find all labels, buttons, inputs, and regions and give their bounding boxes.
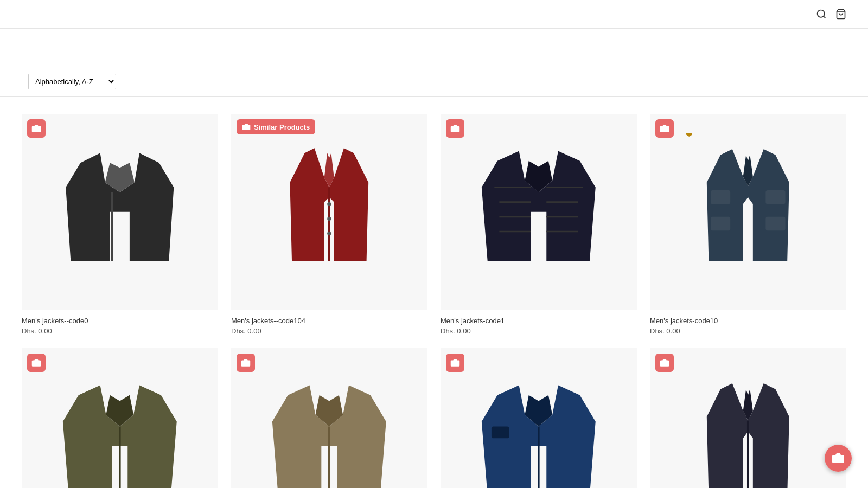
svg-point-24 <box>35 362 38 365</box>
header-icons <box>816 9 846 20</box>
product-card[interactable]: Men's jackets-code14Dhs. 0.00 <box>650 348 846 488</box>
product-name: Men's jackets--code0 <box>22 317 218 325</box>
svg-rect-6 <box>327 217 331 221</box>
svg-point-0 <box>818 10 825 17</box>
page-title-section <box>0 29 868 67</box>
camera-icon <box>450 358 460 368</box>
svg-point-28 <box>663 362 666 365</box>
svg-rect-20 <box>711 217 730 230</box>
site-header <box>0 0 868 29</box>
camera-search-badge[interactable] <box>446 354 464 372</box>
svg-point-17 <box>663 127 666 131</box>
product-image-wrap <box>231 348 427 488</box>
svg-point-8 <box>454 127 457 131</box>
svg-rect-21 <box>766 217 786 230</box>
similar-products-badge[interactable]: Similar Products <box>237 119 315 134</box>
product-card[interactable]: Men's jackets--code0Dhs. 0.00 <box>22 114 218 335</box>
camera-icon <box>241 358 251 368</box>
camera-icon <box>31 124 41 133</box>
similar-badge-label: Similar Products <box>254 123 310 131</box>
product-price: Dhs. 0.00 <box>22 327 218 335</box>
camera-icon <box>660 358 669 368</box>
product-card[interactable]: Men's jackets-code1Dhs. 0.00 <box>441 114 637 335</box>
svg-rect-5 <box>327 202 331 206</box>
floating-camera-button[interactable] <box>825 445 852 472</box>
product-name: Men's jackets--code104 <box>231 317 427 325</box>
camera-search-badge[interactable] <box>27 119 46 138</box>
product-image-wrap <box>22 348 218 488</box>
product-image-wrap <box>441 348 637 488</box>
camera-search-badge[interactable] <box>655 119 674 138</box>
svg-rect-19 <box>766 190 786 204</box>
sort-bar: Alphabetically, A-ZAlphabetically, Z-APr… <box>0 67 868 97</box>
svg-point-26 <box>454 362 457 365</box>
camera-search-badge[interactable] <box>655 354 674 372</box>
search-icon <box>816 9 827 20</box>
camera-icon <box>242 123 251 131</box>
svg-point-4 <box>245 126 247 129</box>
svg-rect-7 <box>327 232 331 235</box>
product-price: Dhs. 0.00 <box>231 327 427 335</box>
product-grid: Men's jackets--code0Dhs. 0.00 Similar Pr… <box>0 105 868 488</box>
product-card[interactable]: Similar Products Men's jackets--code104D… <box>231 114 427 335</box>
product-image-wrap: Similar Products <box>231 114 427 310</box>
svg-point-25 <box>244 362 247 365</box>
camera-icon <box>31 358 41 368</box>
product-image-wrap <box>650 348 846 488</box>
svg-rect-18 <box>711 190 730 204</box>
search-button[interactable] <box>816 9 827 20</box>
cart-icon <box>835 9 846 20</box>
product-image-wrap <box>650 114 846 310</box>
sort-left: Alphabetically, A-ZAlphabetically, Z-APr… <box>22 74 116 89</box>
product-name: Men's jackets-code1 <box>441 317 637 325</box>
camera-icon <box>450 124 460 133</box>
svg-line-1 <box>824 16 826 18</box>
product-price: Dhs. 0.00 <box>441 327 637 335</box>
product-image-wrap <box>441 114 637 310</box>
product-card[interactable]: Men's jackets-code10Dhs. 0.00 <box>650 114 846 335</box>
camera-icon <box>660 124 669 133</box>
product-name: Men's jackets-code10 <box>650 317 846 325</box>
camera-search-badge[interactable] <box>446 119 464 138</box>
svg-rect-27 <box>492 427 509 439</box>
product-image-wrap <box>22 114 218 310</box>
camera-icon-floating <box>832 452 845 465</box>
product-card[interactable]: Men's jackets-code13Dhs. 0.00 <box>441 348 637 488</box>
product-card[interactable]: Men's jackets-code12Dhs. 0.00 <box>231 348 427 488</box>
product-price: Dhs. 0.00 <box>650 327 846 335</box>
sort-select[interactable]: Alphabetically, A-ZAlphabetically, Z-APr… <box>28 74 116 89</box>
svg-point-29 <box>836 457 840 461</box>
camera-search-badge[interactable] <box>27 354 46 372</box>
svg-point-23 <box>686 133 692 136</box>
svg-point-3 <box>35 127 38 131</box>
cart-button[interactable] <box>835 9 846 20</box>
product-card[interactable]: Men's jackets-code11Dhs. 0.00 <box>22 348 218 488</box>
camera-search-badge[interactable] <box>237 354 255 372</box>
